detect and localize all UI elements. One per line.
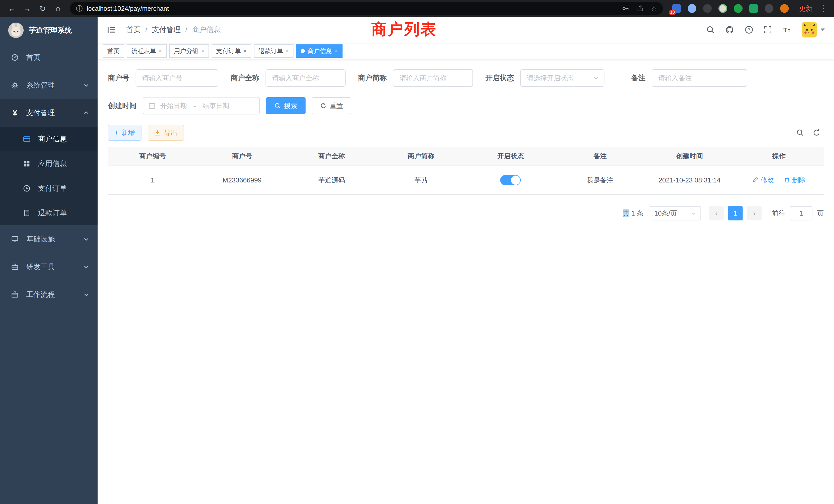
prev-page-button[interactable]: ‹ [709, 206, 724, 221]
sidebar-item-label: 支付订单 [38, 183, 67, 193]
sidebar-fold-icon[interactable] [104, 25, 119, 35]
goto-page-input[interactable] [790, 206, 812, 221]
toggle-search-icon[interactable] [796, 129, 804, 137]
sidebar-item-label: 系统管理 [26, 80, 55, 90]
sidebar-item-pay-orders[interactable]: 支付订单 [0, 176, 97, 201]
browser-menu-button[interactable]: ⋮ [818, 4, 829, 13]
extension-icon-4[interactable] [719, 4, 727, 13]
grid-icon [23, 160, 31, 167]
tab-merchant-info[interactable]: 商户信息× [296, 44, 343, 58]
col-merchant-id: 商户编号 [108, 147, 197, 166]
chevron-down-icon [83, 236, 89, 242]
header-search-icon[interactable] [706, 25, 715, 34]
share-icon[interactable] [637, 5, 644, 12]
cell-actions: 修改 删除 [734, 166, 824, 194]
field-merchant-short-name: 商户简称 [358, 69, 473, 87]
breadcrumb-home[interactable]: 首页 [126, 25, 141, 35]
remark-input[interactable] [652, 69, 747, 87]
close-icon[interactable]: × [243, 48, 247, 54]
svg-text:?: ? [748, 27, 750, 32]
document-icon [23, 209, 31, 216]
home-button[interactable]: ⌂ [51, 2, 65, 15]
breadcrumb-payment[interactable]: 支付管理 [152, 25, 181, 35]
sidebar-item-label: 工作流程 [26, 290, 55, 299]
fullscreen-icon[interactable] [764, 26, 772, 34]
cell-full-name: 芋道源码 [287, 166, 376, 194]
export-button[interactable]: 导出 [148, 125, 184, 141]
search-button[interactable]: 搜索 [266, 97, 306, 114]
sidebar-item-home[interactable]: 首页 [0, 44, 97, 71]
merchant-no-input[interactable] [136, 69, 218, 87]
forward-button[interactable]: → [21, 2, 34, 15]
create-time-range-picker[interactable]: 开始日期 - 结束日期 [143, 97, 260, 114]
add-button[interactable]: + 新增 [108, 125, 141, 141]
tab-user-group[interactable]: 用户分组× [169, 44, 209, 58]
sidebar-item-system[interactable]: 系统管理 [0, 71, 97, 99]
bookmark-star-icon[interactable]: ☆ [651, 5, 657, 13]
close-icon[interactable]: × [334, 48, 338, 54]
reload-button[interactable]: ↻ [36, 2, 49, 15]
next-page-button[interactable]: › [747, 206, 762, 221]
extension-icon-3[interactable] [703, 4, 712, 13]
merchant-short-name-input[interactable] [393, 69, 473, 87]
tab-refund-orders[interactable]: 退款订单× [254, 44, 294, 58]
sidebar-item-label: 退款订单 [38, 208, 67, 218]
browser-update-button[interactable]: 更新 [799, 4, 812, 13]
start-date-placeholder[interactable]: 开始日期 [160, 101, 187, 110]
tab-pay-orders[interactable]: 支付订单× [212, 44, 251, 58]
delete-button[interactable]: 删除 [784, 176, 806, 184]
github-icon[interactable] [725, 25, 734, 35]
status-switch[interactable] [500, 175, 521, 185]
gear-icon [11, 81, 19, 89]
back-button[interactable]: ← [5, 2, 19, 15]
status-select-placeholder: 请选择开启状态 [527, 74, 574, 83]
refresh-table-icon[interactable] [812, 129, 821, 137]
tab-home[interactable]: 首页 [103, 44, 124, 58]
sidebar-item-merchant-info[interactable]: 商户信息 [0, 127, 97, 152]
credit-card-icon [23, 135, 31, 143]
status-select[interactable]: 请选择开启状态 [520, 69, 605, 87]
sidebar-item-refund-orders[interactable]: 退款订单 [0, 201, 97, 225]
extension-icon-1[interactable]: 10 [672, 4, 681, 13]
monitor-icon [11, 235, 19, 243]
sidebar-item-payment[interactable]: ¥ 支付管理 [0, 99, 97, 127]
sidebar-item-workflow[interactable]: 工作流程 [0, 281, 97, 308]
chevron-down-icon [83, 292, 89, 298]
extension-icon-2[interactable] [688, 4, 696, 13]
page-content: 商户号 商户全称 商户简称 开启状态 请选择开启状态 [97, 60, 834, 504]
page-size-select[interactable]: 10条/页 [650, 206, 701, 221]
edit-button[interactable]: 修改 [752, 176, 774, 184]
close-icon[interactable]: × [159, 48, 162, 54]
extension-icon-7[interactable] [765, 4, 773, 13]
sidebar-item-label: 首页 [26, 53, 41, 62]
chevron-down-icon [593, 75, 599, 81]
remark-label: 备注 [631, 73, 645, 83]
extension-icon-5[interactable] [734, 4, 743, 13]
merchant-full-name-input[interactable] [265, 69, 346, 87]
url-bar[interactable]: ⓘ localhost:1024/pay/merchant ☆ [70, 2, 663, 15]
close-icon[interactable]: × [201, 48, 204, 54]
merchant-no-label: 商户号 [108, 73, 129, 83]
sidebar-item-dev-tools[interactable]: 研发工具 [0, 253, 97, 281]
site-info-icon[interactable]: ⓘ [76, 4, 83, 13]
extension-icon-8[interactable] [780, 4, 789, 13]
tab-process-form[interactable]: 流程表单× [127, 44, 167, 58]
page-number-1[interactable]: 1 [728, 206, 743, 221]
extension-icon-6[interactable] [749, 4, 758, 13]
user-avatar[interactable] [802, 22, 825, 38]
close-icon[interactable]: × [286, 48, 289, 54]
sidebar-item-label: 研发工具 [26, 262, 55, 272]
toolbox-icon [11, 291, 19, 298]
font-size-icon[interactable]: TT [782, 26, 791, 34]
password-key-icon[interactable] [622, 5, 629, 12]
cell-short-name: 芋艿 [376, 166, 466, 194]
sidebar-item-app-info[interactable]: 应用信息 [0, 152, 97, 176]
end-date-placeholder[interactable]: 结束日期 [203, 101, 229, 110]
help-icon[interactable]: ? [745, 25, 753, 34]
url-text[interactable]: localhost:1024/pay/merchant [87, 5, 617, 12]
extension-badge: 10 [669, 10, 676, 15]
sidebar-item-infrastructure[interactable]: 基础设施 [0, 225, 97, 253]
breadcrumb-separator: / [185, 26, 188, 34]
reset-button[interactable]: 重置 [312, 97, 351, 114]
app-logo[interactable]: 芋道管理系统 [0, 17, 97, 44]
